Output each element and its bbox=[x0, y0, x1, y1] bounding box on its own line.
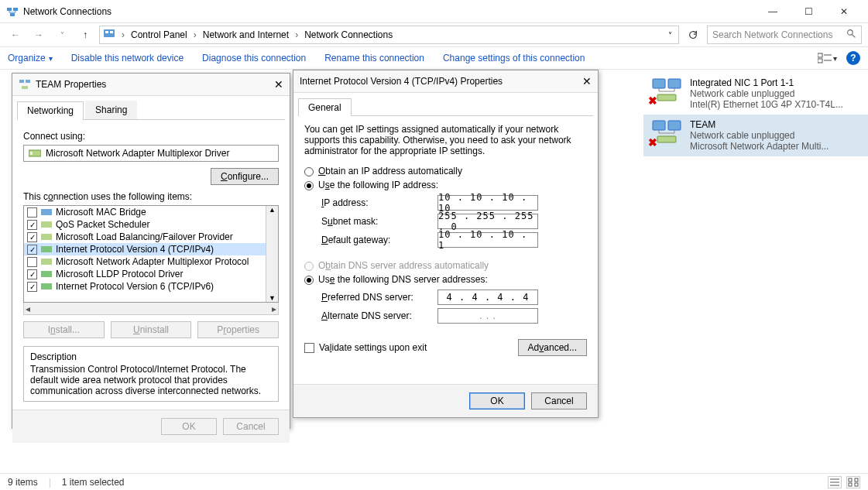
tab-sharing[interactable]: Sharing bbox=[85, 101, 137, 119]
breadcrumb[interactable]: › Control Panel › Network and Internet ›… bbox=[99, 26, 679, 44]
crumb-network-connections[interactable]: Network Connections bbox=[304, 29, 393, 40]
components-list[interactable]: Microsoft MAC Bridge ✓ QoS Packet Schedu… bbox=[23, 205, 279, 303]
description-heading: Description bbox=[30, 351, 272, 362]
close-button[interactable]: ✕ bbox=[826, 0, 862, 23]
up-button[interactable]: ↑ bbox=[76, 26, 94, 44]
change-settings-button[interactable]: Change settings of this connection bbox=[443, 53, 585, 63]
svg-rect-15 bbox=[653, 121, 665, 130]
cancel-button[interactable]: Cancel bbox=[531, 392, 587, 409]
component-icon bbox=[40, 245, 53, 254]
chevron-right-icon[interactable]: › bbox=[293, 29, 300, 40]
details-view-button[interactable] bbox=[828, 476, 842, 488]
help-icon[interactable]: ? bbox=[846, 51, 860, 65]
connection-item[interactable]: ✖ Integrated NIC 1 Port 1-1 Network cabl… bbox=[643, 73, 868, 115]
subnet-mask-field[interactable]: 255 . 255 . 255 . 0 bbox=[437, 214, 538, 229]
rename-button[interactable]: Rename this connection bbox=[324, 53, 424, 63]
maximize-button[interactable]: ☐ bbox=[791, 0, 826, 23]
checkbox[interactable]: ✓ bbox=[27, 220, 37, 230]
list-item[interactable]: ✓ Internet Protocol Version 4 (TCP/IPv4) bbox=[24, 243, 266, 255]
diagnose-button[interactable]: Diagnose this connection bbox=[202, 53, 306, 63]
icons-view-button[interactable] bbox=[846, 476, 860, 488]
checkbox[interactable]: ✓ bbox=[27, 269, 37, 279]
refresh-button[interactable] bbox=[684, 26, 702, 44]
svg-line-7 bbox=[852, 34, 855, 37]
items-label: This connection uses the following items… bbox=[23, 191, 279, 202]
scroll-up-icon[interactable]: ▲ bbox=[269, 206, 276, 214]
chevron-right-icon[interactable]: › bbox=[120, 29, 126, 40]
svg-rect-0 bbox=[7, 8, 12, 11]
disable-device-button[interactable]: Disable this network device bbox=[71, 53, 184, 63]
minimize-button[interactable]: — bbox=[755, 0, 791, 23]
scrollbar-horizontal[interactable]: ◂ ▸ bbox=[23, 303, 279, 315]
list-item[interactable]: ✓ QoS Packet Scheduler bbox=[24, 218, 266, 231]
component-icon bbox=[40, 282, 53, 291]
svg-rect-26 bbox=[41, 246, 52, 252]
crumb-control-panel[interactable]: Control Panel bbox=[131, 29, 187, 40]
radio-ip-auto[interactable]: Obtain an IP address automatically bbox=[304, 166, 587, 176]
selection-count: 1 item selected bbox=[62, 477, 125, 488]
back-button[interactable]: ← bbox=[6, 26, 25, 44]
forward-button[interactable]: → bbox=[29, 26, 48, 44]
default-gateway-field[interactable]: 10 . 10 . 10 . 1 bbox=[437, 232, 538, 248]
dialog-footer: OK Cancel bbox=[12, 409, 290, 443]
list-item[interactable]: Microsoft MAC Bridge bbox=[24, 206, 266, 218]
connection-item[interactable]: ✖ TEAM Network cable unplugged Microsoft… bbox=[643, 115, 868, 156]
status-bar: 9 items | 1 item selected bbox=[0, 473, 868, 490]
checkbox[interactable] bbox=[27, 207, 37, 218]
close-icon[interactable]: ✕ bbox=[274, 78, 283, 91]
scroll-right-icon[interactable]: ▸ bbox=[272, 303, 276, 314]
checkbox[interactable]: ✓ bbox=[27, 282, 37, 292]
adapter-field[interactable]: Microsoft Network Adapter Multiplexor Dr… bbox=[23, 145, 279, 162]
list-item[interactable]: ✓ Microsoft Load Balancing/Failover Prov… bbox=[24, 231, 266, 243]
search-icon[interactable] bbox=[846, 29, 856, 41]
checkbox[interactable]: ✓ bbox=[27, 232, 37, 242]
dialog-titlebar[interactable]: Internet Protocol Version 4 (TCP/IPv4) P… bbox=[293, 70, 598, 93]
command-bar: Organize▾ Disable this network device Di… bbox=[0, 46, 868, 70]
alternate-dns-field[interactable]: . . . bbox=[437, 308, 538, 324]
crumb-network-internet[interactable]: Network and Internet bbox=[203, 29, 289, 40]
list-item[interactable]: ✓ Internet Protocol Version 6 (TCP/IPv6) bbox=[24, 280, 266, 293]
close-icon[interactable]: ✕ bbox=[582, 75, 592, 87]
scroll-down-icon[interactable]: ▼ bbox=[269, 294, 276, 302]
organize-menu[interactable]: Organize▾ bbox=[8, 53, 53, 63]
validate-checkbox[interactable] bbox=[304, 343, 314, 353]
uninstall-button[interactable]: Uninstall bbox=[111, 321, 192, 338]
properties-button[interactable]: Properties bbox=[197, 321, 279, 338]
list-item[interactable]: ✓ Microsoft LLDP Protocol Driver bbox=[24, 268, 266, 280]
connection-device: Microsoft Network Adapter Multi... bbox=[690, 141, 829, 152]
radio-dns-manual[interactable]: Use the following DNS server addresses: bbox=[304, 274, 587, 285]
radio-dns-auto: Obtain DNS server address automatically bbox=[304, 260, 587, 271]
configure-button[interactable]: Configure... bbox=[211, 168, 279, 185]
scroll-left-icon[interactable]: ◂ bbox=[26, 303, 30, 314]
install-button[interactable]: Install... bbox=[23, 321, 105, 338]
chevron-right-icon[interactable]: › bbox=[192, 29, 198, 40]
address-dropdown-icon[interactable]: ˅ bbox=[668, 31, 672, 39]
svg-rect-4 bbox=[105, 31, 108, 33]
cancel-button[interactable]: Cancel bbox=[223, 418, 279, 435]
ipv4-properties-dialog: Internet Protocol Version 4 (TCP/IPv4) P… bbox=[293, 70, 599, 418]
advanced-button[interactable]: Advanced... bbox=[518, 339, 587, 356]
ok-button[interactable]: OK bbox=[469, 392, 525, 409]
preferred-dns-field[interactable]: 4 . 4 . 4 . 4 bbox=[437, 290, 538, 305]
svg-rect-36 bbox=[855, 483, 858, 486]
view-options-button[interactable]: ▾ bbox=[818, 53, 837, 63]
description-text: Transmission Control Protocol/Internet P… bbox=[30, 364, 272, 396]
list-item[interactable]: Microsoft Network Adapter Multiplexor Pr… bbox=[24, 255, 266, 268]
ip-address-field[interactable]: 10 . 10 . 10 . 10 bbox=[437, 195, 538, 211]
control-panel-icon bbox=[103, 28, 115, 43]
svg-point-6 bbox=[848, 30, 853, 36]
svg-rect-28 bbox=[41, 271, 52, 277]
scrollbar-vertical[interactable]: ▲ ▼ bbox=[266, 206, 278, 302]
dialog-titlebar[interactable]: TEAM Properties ✕ bbox=[12, 74, 290, 96]
recent-locations-dropdown[interactable]: ˅ bbox=[53, 26, 71, 44]
search-input[interactable]: Search Network Connections bbox=[707, 26, 862, 44]
tab-general[interactable]: General bbox=[298, 98, 352, 116]
radio-ip-manual[interactable]: Use the following IP address: bbox=[304, 180, 587, 190]
tab-networking[interactable]: Networking bbox=[17, 101, 84, 120]
checkbox[interactable]: ✓ bbox=[27, 245, 37, 255]
ok-button[interactable]: OK bbox=[161, 418, 217, 435]
component-icon bbox=[40, 257, 53, 266]
window-titlebar: Network Connections — ☐ ✕ bbox=[0, 0, 868, 23]
default-gateway-label: Default gateway: bbox=[321, 235, 437, 245]
checkbox[interactable] bbox=[27, 257, 37, 267]
